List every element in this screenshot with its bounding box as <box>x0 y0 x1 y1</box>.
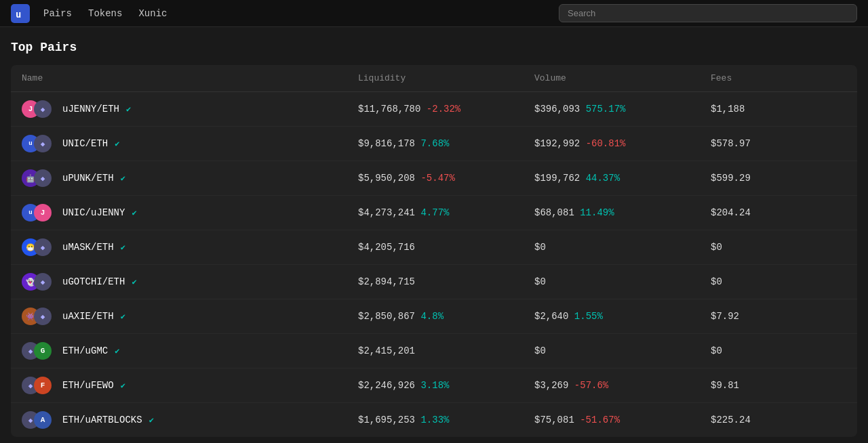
liquidity-change: 3.18% <box>420 380 449 391</box>
liquidity-base: $4,205,716 <box>358 242 415 253</box>
volume-cell: $0 <box>534 276 711 287</box>
volume-change: -51.67% <box>580 415 620 425</box>
token-icon-2: ◆ <box>34 135 52 152</box>
pair-name-cell: J ◆ uJENNY/ETH ✔ <box>22 100 358 118</box>
pair-label: uPUNK/ETH <box>62 173 114 184</box>
volume-cell: $192,992 -60.81% <box>534 138 711 149</box>
token-icon-2: ◆ <box>34 308 52 325</box>
liquidity-base: $2,415,201 <box>358 345 415 356</box>
pair-label: UNIC/uJENNY <box>62 207 125 218</box>
fees-cell: $578.97 <box>711 138 846 149</box>
liquidity-base: $9,816,178 <box>358 138 415 149</box>
table-row[interactable]: u ◆ UNIC/ETH ✔ $9,816,178 7.68% $192,992… <box>11 127 857 161</box>
token-icons: 👾 ◆ <box>22 308 57 325</box>
table-row[interactable]: 🤖 ◆ uPUNK/ETH ✔ $5,950,208 -5.47% $199,7… <box>11 161 857 196</box>
fees-cell: $0 <box>711 345 846 356</box>
pair-name-cell: ◆ A ETH/uARTBLOCKS ✔ <box>22 411 358 429</box>
volume-change: 575.17% <box>586 104 626 114</box>
liquidity-cell: $4,273,241 4.77% <box>358 207 534 218</box>
pair-label: ETH/uGMC <box>62 345 108 356</box>
pair-name-cell: 😷 ◆ uMASK/ETH ✔ <box>22 238 358 256</box>
token-icon-2: ◆ <box>34 169 52 187</box>
pair-label: uAXIE/ETH <box>62 311 114 322</box>
verified-icon: ✔ <box>115 346 119 356</box>
pair-label: ETH/uARTBLOCKS <box>62 415 142 425</box>
col-header-fees: Fees <box>711 73 846 83</box>
volume-cell: $68,081 11.49% <box>534 207 711 218</box>
verified-icon: ✔ <box>121 381 125 391</box>
table-row[interactable]: 👾 ◆ uAXIE/ETH ✔ $2,850,867 4.8% $2,640 1… <box>11 299 857 334</box>
page-title: Top Pairs <box>11 41 857 54</box>
volume-base: $396,093 <box>534 104 580 114</box>
svg-text:u: u <box>16 9 21 20</box>
table-row[interactable]: u J UNIC/uJENNY ✔ $4,273,241 4.77% $68,0… <box>11 196 857 230</box>
fees-cell: $0 <box>711 276 846 287</box>
pair-label: ETH/uFEWO <box>62 380 114 391</box>
liquidity-cell: $1,695,253 1.33% <box>358 415 534 425</box>
search-wrapper <box>559 4 857 22</box>
table-row[interactable]: ◆ A ETH/uARTBLOCKS ✔ $1,695,253 1.33% $7… <box>11 403 857 437</box>
liquidity-base: $2,246,926 <box>358 380 415 391</box>
liquidity-change: 4.8% <box>420 311 443 322</box>
liquidity-base: $5,950,208 <box>358 173 415 184</box>
liquidity-cell: $9,816,178 7.68% <box>358 138 534 149</box>
liquidity-cell: $2,415,201 <box>358 345 534 356</box>
table-header: Name Liquidity Volume Fees <box>11 65 857 92</box>
liquidity-change: 1.33% <box>420 415 449 425</box>
token-icon-2: G <box>34 342 52 360</box>
pair-name-cell: 👻 ◆ uGOTCHI/ETH ✔ <box>22 273 358 291</box>
volume-base: $2,640 <box>534 311 568 322</box>
pair-name-cell: 👾 ◆ uAXIE/ETH ✔ <box>22 308 358 325</box>
token-icon-2: F <box>34 377 52 394</box>
fees-cell: $204.24 <box>711 207 846 218</box>
liquidity-base: $1,695,253 <box>358 415 415 425</box>
liquidity-change: 7.68% <box>420 138 449 149</box>
volume-base: $3,269 <box>534 380 568 391</box>
volume-base: $75,081 <box>534 415 574 425</box>
token-icons: 👻 ◆ <box>22 273 57 291</box>
fees-cell: $1,188 <box>711 104 846 114</box>
liquidity-cell: $2,246,926 3.18% <box>358 380 534 391</box>
volume-change: 11.49% <box>580 207 614 218</box>
token-icon-2: A <box>34 411 52 429</box>
pair-label: UNIC/ETH <box>62 138 108 149</box>
nav-link-xunic[interactable]: Xunic <box>138 8 167 19</box>
verified-icon: ✔ <box>126 104 131 114</box>
liquidity-cell: $4,205,716 <box>358 242 534 253</box>
verified-icon: ✔ <box>132 277 136 287</box>
nav-link-tokens[interactable]: Tokens <box>88 8 122 19</box>
liquidity-base: $4,273,241 <box>358 207 415 218</box>
token-icon-2: J <box>34 204 52 222</box>
token-icons: ◆ F <box>22 377 57 394</box>
token-icon-2: ◆ <box>34 100 52 118</box>
token-icon-2: ◆ <box>34 238 52 256</box>
pair-label: uMASK/ETH <box>62 242 114 253</box>
volume-change: 44.37% <box>586 173 620 184</box>
table-row[interactable]: 😷 ◆ uMASK/ETH ✔ $4,205,716 $0 $0 <box>11 230 857 265</box>
pairs-table: Name Liquidity Volume Fees J ◆ uJENNY/ET… <box>11 65 857 437</box>
liquidity-change: -2.32% <box>427 104 460 114</box>
col-header-liquidity: Liquidity <box>358 73 534 83</box>
fees-cell: $7.92 <box>711 311 846 322</box>
col-header-name: Name <box>22 73 358 83</box>
verified-icon: ✔ <box>121 312 125 322</box>
table-row[interactable]: ◆ G ETH/uGMC ✔ $2,415,201 $0 $0 <box>11 334 857 368</box>
fees-cell: $9.81 <box>711 380 846 391</box>
nav-link-pairs[interactable]: Pairs <box>43 8 72 19</box>
pair-name-cell: ◆ G ETH/uGMC ✔ <box>22 342 358 360</box>
navbar: u Pairs Tokens Xunic <box>0 0 868 27</box>
verified-icon: ✔ <box>121 242 125 253</box>
search-input[interactable] <box>559 4 857 22</box>
fees-cell: $599.29 <box>711 173 846 184</box>
volume-cell: $75,081 -51.67% <box>534 415 711 425</box>
volume-change: 1.55% <box>574 311 603 322</box>
liquidity-change: -5.47% <box>420 173 454 184</box>
fees-cell: $225.24 <box>711 415 846 425</box>
volume-change: -57.6% <box>574 380 608 391</box>
pair-label: uJENNY/ETH <box>62 104 119 114</box>
volume-cell: $0 <box>534 242 711 253</box>
table-row[interactable]: ◆ F ETH/uFEWO ✔ $2,246,926 3.18% $3,269 … <box>11 368 857 403</box>
logo[interactable]: u <box>11 4 30 23</box>
table-row[interactable]: 👻 ◆ uGOTCHI/ETH ✔ $2,894,715 $0 $0 <box>11 265 857 299</box>
table-row[interactable]: J ◆ uJENNY/ETH ✔ $11,768,780 -2.32% $396… <box>11 92 857 127</box>
